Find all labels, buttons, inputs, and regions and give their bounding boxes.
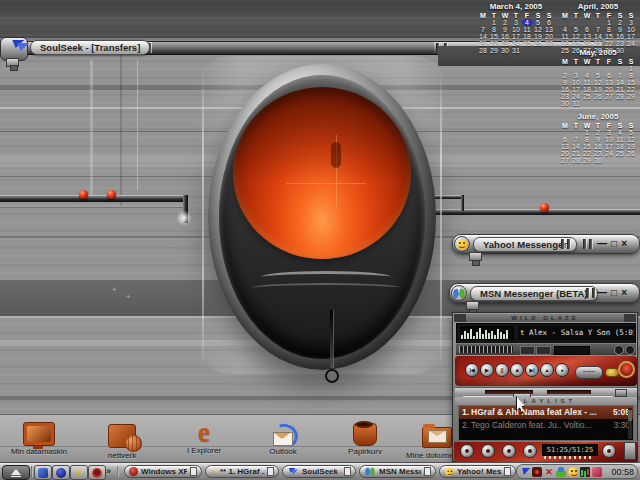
msn-messenger-window-bar[interactable]: MSN Messenger (BETA) — □ × (449, 283, 640, 303)
calendar-date: 7 (615, 72, 626, 79)
blue-app-icon (38, 468, 48, 478)
calendar-may: May, 2005 MTWTFSS12345678910111213141516… (556, 48, 640, 107)
task-button-winamp[interactable]: ** 1. HGraf ... (205, 465, 279, 478)
player-knob[interactable] (523, 444, 537, 458)
shuffle-button[interactable]: ~~~ (575, 366, 603, 379)
spectrum-bar (497, 329, 499, 339)
quicklaunch-blue-app-icon[interactable] (34, 465, 52, 480)
player-mini-button[interactable] (520, 346, 535, 355)
player-play-button[interactable]: ▶ (480, 363, 494, 377)
task-label: SoulSeek - [... (302, 467, 341, 476)
desktop-icon-internet-explorer[interactable]: e I Explorer (172, 417, 236, 455)
calendar-date: 3 (604, 129, 615, 136)
taskbar-separator (117, 466, 119, 477)
slider-slot[interactable] (547, 390, 591, 394)
desktop-icon-my-computer[interactable]: Min datamaskin (7, 418, 71, 456)
calendar-date (478, 19, 489, 26)
soulseek-icon-shape (520, 468, 530, 475)
task-button-soulseek[interactable]: SoulSeek - [... (282, 465, 356, 478)
calendar-day-header: T (571, 122, 582, 129)
desktop: + + (0, 0, 640, 480)
my-documents-icon (422, 427, 452, 448)
spectrum-bar (491, 331, 493, 339)
calendar-day-header: S (626, 12, 637, 19)
tray-yahoo-icon[interactable] (568, 467, 578, 477)
calendar-date: 24 (604, 150, 615, 157)
quicklaunch-blue-ball-icon[interactable] (52, 465, 70, 480)
yahoo-messenger-window-bar[interactable]: Yahoo! Messenger — □ × (452, 234, 640, 254)
calendar-date: 19 (571, 40, 582, 47)
player-eject-button[interactable]: ▲ (540, 363, 554, 377)
task-button-msn-messenger[interactable]: MSN Messen... (359, 465, 436, 478)
player-open-button[interactable]: ● (555, 363, 569, 377)
player-knob[interactable] (602, 444, 616, 458)
calendar-date: 13 (582, 33, 593, 40)
close-button[interactable]: × (621, 237, 627, 251)
tray-app-icon[interactable] (532, 467, 542, 477)
calendar-date: 22 (582, 150, 593, 157)
pipe-right (435, 209, 640, 215)
quicklaunch-red-app-icon[interactable] (88, 465, 106, 480)
tray-red-x-icon[interactable]: ✕ (544, 467, 554, 477)
playlist-row[interactable]: 1.HGraf & Ahi Nama feat Alex - ...5:05 (459, 406, 633, 419)
taskbar-clock[interactable]: 00:58 (611, 467, 634, 477)
player-next-button[interactable]: ▶| (525, 363, 539, 377)
player-knob[interactable] (460, 444, 474, 458)
tray-msn-icon[interactable] (556, 467, 566, 477)
player-knob[interactable] (481, 444, 495, 458)
calendar-date: 5 (571, 26, 582, 33)
bar-groove (567, 239, 570, 249)
maximize-button[interactable]: □ (611, 237, 617, 251)
calendar-date: 9 (615, 26, 626, 33)
start-triangle-base (11, 476, 21, 477)
desktop-icon-recycle-bin[interactable]: Papirkurv (333, 418, 397, 456)
soulseek-bar-shade (152, 42, 434, 54)
calendar-date: 4 (560, 26, 571, 33)
close-button[interactable]: × (621, 286, 627, 300)
player-knob[interactable] (502, 444, 516, 458)
player-mini-button[interactable] (536, 346, 551, 355)
desktop-icon-outlook[interactable]: Outlook (251, 418, 315, 456)
calendar-date: 1 (489, 19, 500, 26)
calendar-date: 26 (626, 150, 637, 157)
playlist-scrollbar[interactable] (628, 408, 632, 439)
player-corner-piece (624, 442, 636, 460)
player-previous-button[interactable]: |◀ (465, 363, 479, 377)
calendar-date: 10 (604, 136, 615, 143)
soulseek-icon (288, 468, 298, 476)
mouse-cursor (516, 396, 528, 414)
tray-pink-app-icon[interactable] (592, 467, 602, 477)
calendar-grid: MTWTFSS123456789101112131415161718192021… (556, 58, 640, 107)
calendar-date (615, 65, 626, 72)
player-stop-button[interactable]: ■ (510, 363, 524, 377)
maximize-button[interactable]: □ (611, 286, 617, 300)
pipe-left-thin (0, 206, 185, 208)
playlist[interactable]: 1.HGraf & Ahi Nama feat Alex - ...5:052.… (458, 405, 634, 441)
start-button[interactable] (2, 465, 30, 480)
calendar-june: June, 2005 MTWTFSS1234567891011121314151… (556, 112, 640, 164)
calendar-date: 20 (582, 40, 593, 47)
minimize-button[interactable]: — (597, 237, 607, 251)
gold-button[interactable] (605, 368, 619, 377)
calendar-date: 26 (533, 40, 544, 47)
calendar-date: 9 (500, 26, 511, 33)
playlist-row[interactable]: 2.Tego Calderon feat. Ju.. Voltio...3:30 (459, 419, 633, 432)
minimize-button[interactable]: — (597, 286, 607, 300)
calendar-date: 29 (626, 93, 637, 100)
pipe-glow (176, 210, 192, 226)
tray-volume-meter-icon[interactable] (580, 467, 590, 477)
calendar-date: 4 (615, 129, 626, 136)
tray-soulseek-icon[interactable] (520, 467, 530, 477)
playlist-scroll-thumb[interactable] (628, 410, 632, 421)
task-button-yahoo-messenger[interactable]: Yahoo! Mess... (439, 465, 516, 478)
task-label: Windows XP ... (141, 467, 187, 476)
wallpaper-streak (90, 60, 93, 200)
desktop-icon-network[interactable]: nettverk (90, 420, 154, 460)
calendar-day-header: W (582, 12, 593, 19)
quicklaunch-overflow-chevron[interactable]: » (106, 466, 111, 476)
task-button-windows-xp[interactable]: Windows XP ... (124, 465, 202, 478)
quicklaunch-winamp-icon[interactable] (70, 465, 88, 480)
calendar-date: 3 (626, 19, 637, 26)
calendar-date: 5 (533, 19, 544, 26)
player-pause-button[interactable]: || (495, 363, 509, 377)
